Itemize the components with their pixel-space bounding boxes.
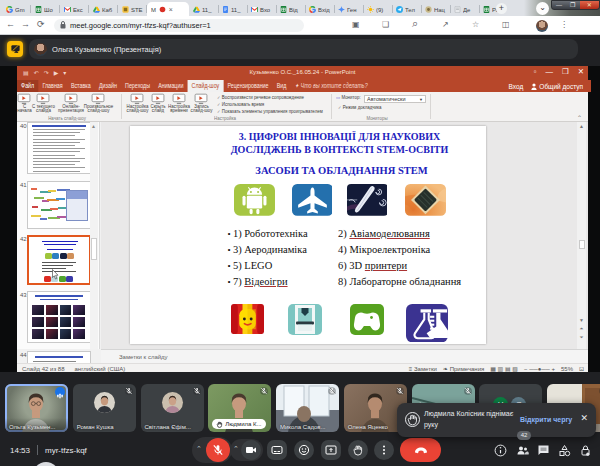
comments-toggle[interactable]: ❧ Примечания: [443, 365, 484, 372]
presenter-mode-checkbox[interactable]: Режим докладчика: [338, 105, 382, 110]
browser-menu-icon[interactable]: ⋮: [560, 20, 568, 29]
prev-slide-icon[interactable]: ⏶: [577, 325, 586, 332]
browser-tab[interactable]: STE: [118, 2, 147, 16]
slide-thumbnail[interactable]: [27, 291, 91, 343]
reload-icon[interactable]: ⟳: [37, 19, 45, 29]
main-scrollbar[interactable]: ▲▼⏶⏷: [577, 122, 586, 349]
chat-button[interactable]: [537, 444, 550, 457]
browser-tab[interactable]: Шо: [31, 2, 60, 16]
browser-tab[interactable]: М×: [147, 2, 189, 16]
ribbon-button[interactable]: Настройкаслайд-шоу: [124, 94, 150, 117]
ppt-menu-2[interactable]: Вставка: [67, 80, 95, 92]
browser-tab[interactable]: Тел: [392, 2, 421, 16]
ppt-restore-icon[interactable]: ❐: [562, 67, 569, 76]
zoom-extension-icon[interactable]: ⌕: [412, 17, 418, 30]
profile-avatar[interactable]: [536, 20, 548, 32]
toast-close-icon[interactable]: ✕: [580, 413, 588, 423]
ppt-menu-file[interactable]: Файл: [17, 80, 38, 92]
new-tab-button[interactable]: +: [496, 3, 507, 14]
slide-thumbnail[interactable]: [27, 122, 91, 174]
ribbon-collapse-icon[interactable]: ⌃: [577, 114, 582, 121]
window-maximize-icon[interactable]: ❐: [566, 1, 580, 9]
browser-tab[interactable]: Каб: [89, 2, 118, 16]
pages-extension-icon[interactable]: ❏: [382, 20, 389, 29]
self-view-bubble[interactable]: [33, 462, 59, 466]
presenting-indicator-icon[interactable]: [7, 41, 23, 57]
share-extension-icon[interactable]: ↗: [442, 20, 449, 29]
ppt-menu-5[interactable]: Анимации: [154, 80, 187, 92]
tab-close-icon[interactable]: ×: [169, 6, 173, 13]
zoom-slider[interactable]: − ──●── +: [524, 366, 555, 372]
ppt-tellme[interactable]: ✦ Что вы хотите сделать?: [291, 80, 372, 92]
notes-toggle[interactable]: ≡ Заметки: [409, 366, 437, 372]
ribbon-button[interactable]: Настройкавремени: [167, 94, 191, 117]
panel-scrollbar[interactable]: ▲: [90, 122, 98, 349]
sidepanel-icon[interactable]: ◫: [502, 20, 510, 29]
scroll-up-icon[interactable]: ▲: [577, 123, 586, 129]
people-button[interactable]: [516, 444, 529, 457]
ribbon-button[interactable]: С текущегослайда: [30, 94, 56, 117]
ppt-share-button[interactable]: Общий доступ: [531, 83, 583, 90]
next-slide-icon[interactable]: ⏷: [577, 334, 586, 341]
chevron-up-icon[interactable]: ⌃: [196, 445, 202, 453]
present-button[interactable]: [321, 440, 341, 460]
participant-tile[interactable]: Роман Кушка: [73, 384, 136, 432]
browser-tab[interactable]: Екс: [60, 2, 89, 16]
notes-bar[interactable]: Заметки к слайду: [101, 349, 588, 363]
browser-tab[interactable]: Gm: [2, 2, 31, 16]
browser-tab[interactable]: 11_: [189, 2, 218, 16]
activities-button[interactable]: [558, 444, 571, 457]
meeting-details-button[interactable]: [494, 444, 507, 457]
view-buttons[interactable]: ▦ ▥ ▤ ▧: [490, 365, 518, 372]
window-minimize-icon[interactable]: —: [552, 1, 566, 9]
ribbon-button[interactable]: Произвольноеслайд-шоу: [83, 94, 113, 117]
ribbon-checkbox[interactable]: Воспроизвести речевое сопровождение: [217, 95, 304, 100]
ribbon-checkbox[interactable]: Использовать время: [217, 102, 264, 107]
ribbon-button[interactable]: Скрытьслайд: [148, 94, 168, 117]
browser-tab[interactable]: Від: [276, 2, 305, 16]
slide-thumbnail[interactable]: [27, 181, 91, 229]
ppt-close-icon[interactable]: ✕: [578, 67, 584, 76]
ppt-signin[interactable]: Вход: [509, 83, 524, 90]
camera-button[interactable]: [241, 440, 261, 460]
browser-tab[interactable]: Вхід: [305, 2, 334, 16]
ribbon-checkbox[interactable]: Показать элементы управления проигрывате…: [217, 109, 323, 114]
participant-tile[interactable]: Світлана Єфім...: [141, 384, 204, 432]
browser-tab[interactable]: Де: [450, 2, 479, 16]
ppt-minimize-icon[interactable]: —: [545, 67, 553, 76]
more-options-button[interactable]: [374, 440, 394, 460]
back-icon[interactable]: ←: [6, 19, 15, 29]
chevron-up-icon[interactable]: ⌃: [233, 445, 239, 453]
hangup-button[interactable]: [400, 438, 441, 462]
browser-tab[interactable]: (9): [363, 2, 392, 16]
open-queue-link[interactable]: Відкрити чергу: [520, 416, 572, 423]
ppt-ribbon-options-icon[interactable]: ▫: [534, 67, 537, 76]
participant-tile[interactable]: Микола Садов...: [276, 384, 339, 432]
participant-tile[interactable]: Ольга Кузьмен...: [5, 384, 68, 432]
zoom-level[interactable]: 55%: [561, 366, 573, 372]
presenter-pill[interactable]: Ольга Кузьменко (Презентація): [29, 39, 578, 59]
camera-extension-icon[interactable]: ▣: [352, 20, 360, 29]
host-controls-button[interactable]: [579, 444, 592, 457]
browser-tab[interactable]: Вхо: [247, 2, 276, 16]
ppt-menu-6[interactable]: Слайд-шоу: [187, 80, 223, 92]
ppt-menu-4[interactable]: Переходы: [121, 80, 154, 92]
slide-thumbnail[interactable]: [27, 235, 91, 285]
participant-tile[interactable]: Людмила К...: [208, 384, 271, 432]
scroll-down-icon[interactable]: ▼: [577, 317, 586, 323]
raise-hand-button[interactable]: [348, 440, 368, 460]
fit-slide-icon[interactable]: ⊡: [579, 365, 584, 372]
window-close-icon[interactable]: ✕: [580, 1, 599, 9]
ribbon-button[interactable]: Онлайн-презентация: [57, 94, 85, 117]
mic-button[interactable]: [206, 438, 230, 462]
captions-button[interactable]: [267, 440, 287, 460]
ppt-menu-8[interactable]: Вид: [273, 80, 291, 92]
browser-tab[interactable]: Ген: [334, 2, 363, 16]
ppt-menu-7[interactable]: Рецензирование: [223, 80, 272, 92]
forward-icon[interactable]: →: [21, 19, 30, 29]
browser-tab[interactable]: 11_: [218, 2, 247, 16]
address-bar[interactable]: meet.google.com/myr-tfzs-kqf?authuser=1: [54, 19, 304, 32]
tabstrip-chevron-icon[interactable]: ⌄: [536, 2, 549, 15]
reactions-button[interactable]: [294, 440, 314, 460]
monitor-dropdown[interactable]: Автоматически▼: [364, 95, 426, 103]
